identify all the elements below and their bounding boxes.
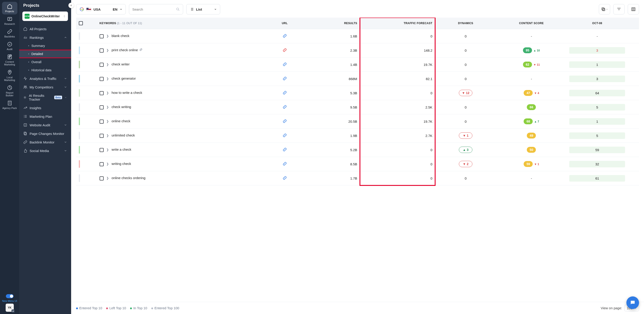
- url-link[interactable]: [282, 35, 287, 39]
- research-icon: [7, 16, 12, 22]
- url-link[interactable]: [282, 120, 287, 124]
- collapse-sidebar-button[interactable]: [68, 3, 74, 8]
- nav-social[interactable]: Social Media: [19, 146, 71, 155]
- traffic-value: 0: [360, 143, 435, 157]
- search-field[interactable]: [129, 4, 183, 14]
- col-keywords[interactable]: KEYWORDS (1 - 11 OUT OF 11): [97, 17, 266, 29]
- expand-row-button[interactable]: ❯: [106, 63, 109, 66]
- row-checkbox[interactable]: [100, 120, 104, 124]
- nav-sub-summary[interactable]: Summary: [19, 42, 71, 50]
- url-link[interactable]: [282, 49, 287, 53]
- rail-content[interactable]: Content Marketing: [2, 52, 18, 68]
- nav-all[interactable]: All Projects: [19, 24, 71, 33]
- col-dynamics[interactable]: DYNAMICS: [435, 17, 496, 29]
- col-content-score[interactable]: CONTENT SCORE: [496, 17, 566, 29]
- expand-row-button[interactable]: ❯: [106, 48, 109, 52]
- svg-rect-11: [24, 132, 26, 134]
- nav-mplan[interactable]: Marketing Plan: [19, 112, 71, 121]
- expand-row-button[interactable]: ❯: [106, 105, 109, 109]
- new-menu-toggle[interactable]: [6, 294, 14, 298]
- url-link[interactable]: [282, 63, 287, 67]
- nav-analytics[interactable]: Analytics & Traffic: [19, 74, 71, 83]
- nav-sub-detailed[interactable]: Detailed: [19, 50, 71, 58]
- row-checkbox[interactable]: [100, 63, 104, 67]
- rail-local[interactable]: Local Marketing: [2, 68, 18, 83]
- user-avatar[interactable]: YK: [6, 304, 14, 312]
- keyword-text: unlimited check: [112, 133, 135, 137]
- dynamics-cell: ▼ 12: [435, 86, 496, 100]
- columns-button[interactable]: [628, 4, 639, 14]
- results-value: 1.9B: [304, 129, 360, 143]
- project-selector[interactable]: OCW OnlineCheckWriter: [22, 11, 68, 21]
- nav-insights[interactable]: Insights: [19, 103, 71, 112]
- expand-row-button[interactable]: ❯: [106, 176, 109, 180]
- url-link[interactable]: [282, 149, 287, 152]
- expand-row-button[interactable]: ❯: [106, 148, 109, 151]
- nav-sub-historical[interactable]: Historical data: [19, 66, 71, 74]
- date-value: 5: [569, 104, 625, 110]
- select-all-checkbox[interactable]: [79, 21, 83, 25]
- results-value: 8.5B: [304, 157, 360, 171]
- expand-row-button[interactable]: ❯: [106, 162, 109, 166]
- col-results[interactable]: RESULTS: [304, 17, 360, 29]
- country-label: USA: [94, 7, 101, 11]
- bars-icon: [23, 35, 27, 39]
- rail-backlinks[interactable]: Backlinks: [2, 27, 18, 40]
- project-name: OnlineCheckWriter: [32, 14, 60, 18]
- row-checkbox[interactable]: [100, 134, 104, 138]
- url-link[interactable]: [282, 106, 287, 110]
- row-checkbox[interactable]: [100, 34, 104, 38]
- rail-research[interactable]: Research: [2, 14, 18, 27]
- row-checkbox[interactable]: [100, 176, 104, 180]
- traffic-value: 19.7K: [360, 114, 435, 129]
- row-checkbox[interactable]: [100, 105, 104, 109]
- url-link[interactable]: [282, 177, 287, 181]
- svg-rect-10: [24, 133, 26, 135]
- rail-report[interactable]: Report Builder: [2, 83, 18, 99]
- row-checkbox[interactable]: [100, 148, 104, 152]
- chat-fab[interactable]: [626, 297, 639, 309]
- url-link[interactable]: [282, 78, 287, 81]
- nav-pcm[interactable]: Page Changes Monitor: [19, 129, 71, 138]
- nav-sub-overall[interactable]: Overall: [19, 58, 71, 66]
- expand-row-button[interactable]: ❯: [106, 34, 109, 38]
- row-checkbox[interactable]: [100, 48, 104, 52]
- score-delta: ▲ 7: [534, 120, 539, 123]
- nav-airt[interactable]: AI Results TrackerBeta: [19, 91, 71, 103]
- nav-waudit[interactable]: Website Audit: [19, 121, 71, 129]
- keyword-text: check generator: [112, 76, 136, 80]
- col-url[interactable]: URL: [266, 17, 304, 29]
- nav-competitors[interactable]: My Competitors: [19, 83, 71, 91]
- col-traffic-forecast[interactable]: TRAFFIC FORECAST: [360, 17, 435, 29]
- row-checkbox[interactable]: [100, 162, 104, 166]
- copy-button[interactable]: [599, 4, 610, 14]
- legend-item: Entered Top 100: [151, 306, 179, 310]
- link-icon: [23, 140, 27, 144]
- rail-audit[interactable]: Audit: [2, 40, 18, 52]
- nav-blm[interactable]: Backlink Monitor: [19, 138, 71, 146]
- chevron-down-icon: [64, 77, 67, 80]
- expand-row-button[interactable]: ❯: [106, 91, 109, 94]
- filter-button[interactable]: [613, 4, 624, 14]
- row-checkbox[interactable]: [100, 77, 104, 81]
- dynamics-cell: 0: [435, 29, 496, 43]
- row-checkbox[interactable]: [100, 91, 104, 95]
- view-selector[interactable]: List: [186, 4, 220, 14]
- filter-icon: [617, 7, 621, 11]
- keyword-text: print check online: [112, 48, 138, 52]
- rail-projects[interactable]: Projects: [2, 2, 18, 14]
- search-input[interactable]: [132, 7, 174, 11]
- country-selector[interactable]: USA EN: [76, 4, 126, 14]
- dynamics-cell: 0: [435, 100, 496, 114]
- col-date[interactable]: OCT-08: [566, 17, 628, 29]
- table-row: ❯ check generator 868M 82.1 0 - 3: [76, 72, 639, 86]
- url-link[interactable]: [282, 163, 287, 167]
- url-link[interactable]: [282, 92, 287, 96]
- expand-row-button[interactable]: ❯: [106, 134, 109, 137]
- nav-rankings[interactable]: Rankings: [19, 33, 71, 42]
- rail-agency[interactable]: Agency Pack: [2, 99, 18, 111]
- expand-row-button[interactable]: ❯: [106, 120, 109, 123]
- url-link[interactable]: [282, 134, 287, 138]
- traffic-value: 82.1: [360, 72, 435, 86]
- expand-row-button[interactable]: ❯: [106, 77, 109, 80]
